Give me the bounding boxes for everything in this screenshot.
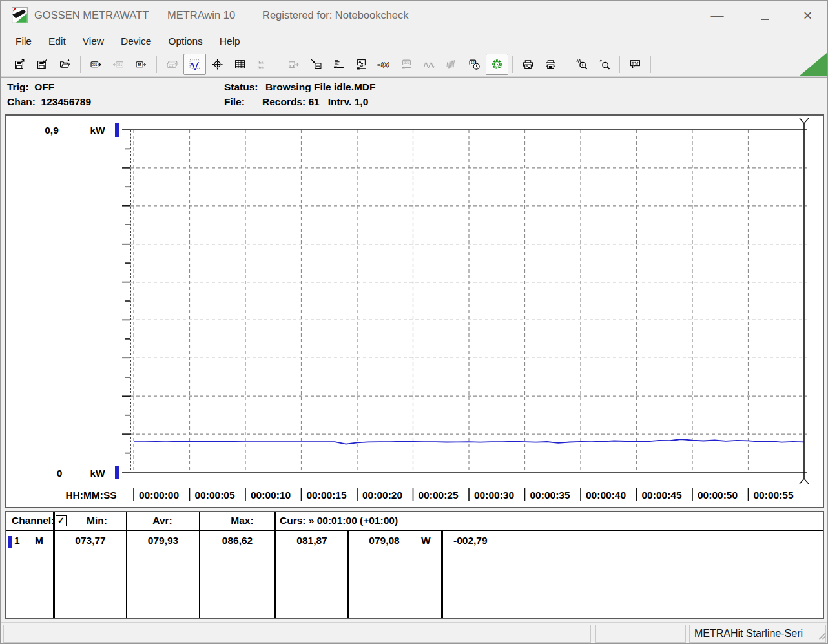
- save-file-icon: [14, 59, 25, 70]
- zoom-in-icon: [576, 59, 587, 70]
- header-cursor: Curs: » 00:01:00 (+01:00): [280, 515, 398, 526]
- export-data-icon: [288, 59, 299, 70]
- table-column-divider: [199, 512, 200, 618]
- menu-edit[interactable]: Edit: [40, 31, 74, 52]
- table-view-button[interactable]: [229, 54, 251, 75]
- maximize-icon: [761, 12, 769, 20]
- app-title: METRAwin 10: [167, 9, 235, 21]
- svg-text:321: 321: [92, 63, 97, 67]
- menu-help[interactable]: Help: [211, 31, 249, 52]
- avr-value: 079,93: [127, 535, 199, 546]
- minimize-button[interactable]: —: [702, 1, 732, 30]
- time-settings-button[interactable]: 12: [463, 54, 486, 75]
- status-label: Status:: [224, 81, 258, 93]
- trigger-status: Trig: OFF: [7, 81, 54, 93]
- menu-view[interactable]: View: [74, 31, 112, 52]
- svg-text:00:00:15: 00:00:15: [307, 490, 347, 501]
- measurement-info-panel: Trig: OFF Chan: 123456789 Status: Browsi…: [1, 77, 827, 113]
- read-memory-button[interactable]: M: [130, 54, 152, 75]
- close-button[interactable]: ×: [792, 1, 823, 30]
- numeric-display-button: 1257: [161, 54, 183, 75]
- import-data-button[interactable]: [305, 54, 327, 75]
- svg-text:kW: kW: [90, 468, 105, 479]
- channel-visible-checkbox[interactable]: ✓: [56, 515, 67, 526]
- formula-function-button[interactable]: =f(x): [373, 54, 395, 75]
- numeric-display-icon: 1257: [167, 59, 178, 70]
- svg-text:321: 321: [117, 63, 122, 67]
- save-as-file-button[interactable]: [31, 54, 54, 75]
- interval-timer-button[interactable]: [486, 54, 508, 75]
- read-device-button[interactable]: 321: [85, 54, 107, 75]
- channel-id: 1: [14, 535, 20, 546]
- xy-chart-view-button[interactable]: [206, 54, 229, 75]
- svg-text:00:00:50: 00:00:50: [698, 490, 738, 501]
- print-icon: [545, 59, 556, 70]
- table-column-divider: [441, 530, 443, 618]
- gossen-metrawatt-logo-icon: [12, 7, 28, 23]
- zoom-in-button[interactable]: [570, 54, 593, 75]
- header-min: Min:: [76, 515, 118, 526]
- unit-label: W: [421, 535, 431, 546]
- menu-device[interactable]: Device: [112, 31, 160, 52]
- chart-view-icon: [189, 59, 200, 70]
- annotation-button[interactable]: [624, 54, 647, 75]
- statusbar-segment-middle: [595, 625, 686, 643]
- brand-title: GOSSEN METRAWATT: [34, 9, 149, 21]
- save-file-button[interactable]: [8, 54, 31, 75]
- channel-mode: M: [35, 535, 43, 546]
- svg-text:321: 321: [404, 61, 409, 65]
- table-view-icon: [234, 59, 245, 70]
- chart-panel: 0,9kW0kWHH:MM:SS00:00:0000:00:0500:00:10…: [5, 114, 824, 508]
- analog-output-icon: [424, 59, 435, 70]
- chart-view-button[interactable]: [183, 54, 206, 75]
- svg-text:00:00:00: 00:00:00: [139, 490, 179, 501]
- export-data-button: [282, 54, 305, 75]
- resize-grip[interactable]: [816, 630, 826, 643]
- toolbar-separator: [566, 56, 566, 73]
- channel-list: Chan: 123456789: [7, 96, 91, 108]
- menu-bar: File Edit View Device Options Help: [1, 31, 827, 52]
- maximize-button[interactable]: [750, 1, 780, 30]
- status-bar: METRAHit Starline-Seri: [1, 622, 827, 644]
- toolbar: 321321M1257=f(x)32112: [1, 52, 827, 77]
- svg-text:12: 12: [471, 61, 475, 65]
- svg-text:0: 0: [57, 468, 63, 479]
- registration-text: Registered for: Notebookcheck: [262, 9, 409, 21]
- cursor-left-value: 081,87: [276, 535, 347, 546]
- statusbar-device: METRAHit Starline-Seri: [689, 625, 826, 643]
- device-config-icon: 321: [401, 59, 412, 70]
- table-column-divider: [274, 512, 276, 618]
- open-file-button[interactable]: [54, 54, 76, 75]
- chart-svg[interactable]: 0,9kW0kWHH:MM:SS00:00:0000:00:0500:00:10…: [6, 116, 823, 507]
- file-label: File:: [224, 96, 245, 108]
- annotation-icon: [630, 59, 641, 70]
- statusbar-segment-left: [3, 625, 591, 643]
- svg-text:kW: kW: [90, 125, 105, 136]
- channel-settings-icon: [333, 59, 344, 70]
- zoom-out-button[interactable]: [593, 54, 616, 75]
- print-preview-button[interactable]: [517, 54, 539, 75]
- header-avr: Avr:: [126, 515, 199, 526]
- menu-options[interactable]: Options: [160, 31, 211, 52]
- channel-settings-button[interactable]: [327, 54, 350, 75]
- send-device-button: 321: [107, 54, 130, 75]
- toolbar-separator: [156, 56, 157, 73]
- device-settings-button[interactable]: [350, 54, 373, 75]
- send-device-icon: 321: [113, 59, 124, 70]
- xy-chart-view-icon: [212, 59, 223, 70]
- status-value: Browsing File idle.MDF: [265, 81, 376, 93]
- app-window: GOSSEN METRAWATT METRAwin 10 Registered …: [0, 0, 828, 644]
- histogram-view-icon: [257, 59, 268, 70]
- read-device-icon: 321: [90, 59, 101, 70]
- svg-text:00:00:25: 00:00:25: [419, 490, 459, 501]
- print-button[interactable]: [539, 54, 562, 75]
- print-preview-icon: [523, 59, 533, 70]
- table-column-divider: [53, 512, 55, 618]
- zoom-out-icon: [599, 59, 610, 70]
- formula-function-icon: =f(x): [377, 59, 392, 70]
- svg-text:00:00:35: 00:00:35: [530, 490, 570, 501]
- save-as-file-icon: [37, 59, 48, 70]
- menu-file[interactable]: File: [7, 31, 40, 52]
- svg-text:00:00:55: 00:00:55: [754, 490, 794, 501]
- svg-text:1257: 1257: [169, 64, 175, 67]
